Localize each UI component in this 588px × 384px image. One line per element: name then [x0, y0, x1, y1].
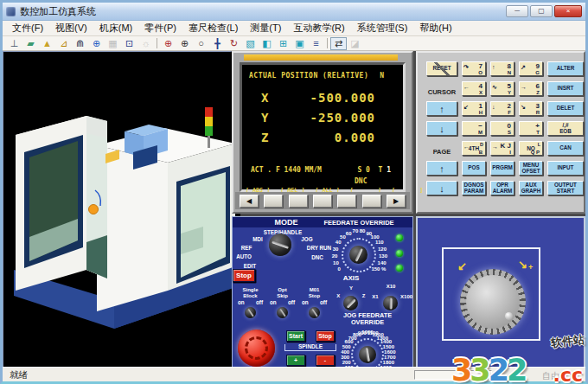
cycle-stop-button[interactable]: Stop — [233, 269, 255, 282]
zoom-dynamic-icon[interactable]: ○ — [193, 37, 209, 50]
status-text: 就绪 — [10, 369, 28, 380]
maximize-button[interactable]: ▢ — [530, 5, 553, 17]
emergency-stop-button[interactable] — [238, 330, 275, 367]
zoom-in-icon[interactable]: ⊕ — [176, 37, 193, 50]
machine-3d-view[interactable] — [3, 51, 232, 369]
key-reset[interactable]: RESET — [426, 61, 457, 76]
softkey-2[interactable] — [289, 195, 308, 208]
softkey-5[interactable] — [362, 195, 381, 208]
menu-item-7[interactable]: 互动教学(R) — [287, 21, 350, 35]
menu-item-3[interactable]: 机床(M) — [93, 21, 139, 35]
view-list-icon[interactable]: ≡ — [308, 37, 324, 50]
key-delet[interactable]: DELET — [547, 101, 584, 116]
key-1-h[interactable]: ↙1H — [462, 101, 486, 116]
key-menu-ofset[interactable]: MENUOFSET — [519, 161, 543, 176]
spindle-minus-button[interactable]: - — [316, 355, 335, 366]
key-4-x[interactable]: ←4X — [462, 81, 486, 96]
key-kji[interactable]: →K JI — [490, 141, 514, 156]
binoculars-icon[interactable]: ⋒ — [72, 37, 88, 50]
key-insrt[interactable]: INSRT — [547, 81, 584, 96]
side-view-icon[interactable]: ⊞ — [275, 37, 291, 50]
handle-multiplier-knob[interactable] — [383, 296, 398, 310]
spindle-plus-button[interactable]: + — [286, 355, 305, 366]
monitor-icon[interactable]: ⊡ — [121, 37, 137, 50]
menu-item-8[interactable]: 系统管理(S) — [351, 21, 414, 35]
close-button[interactable]: × — [554, 5, 582, 17]
dial-value: 50 — [340, 234, 346, 240]
key-output-start[interactable]: OUTPUTSTART — [547, 181, 584, 195]
key-prgrm[interactable]: PRGRM — [490, 161, 514, 176]
softkey-1[interactable] — [264, 195, 283, 208]
zoom-window-icon[interactable]: ⊕ — [160, 37, 176, 50]
handwheel-plus-icon: + — [528, 263, 533, 272]
pan-icon[interactable]: ╋ — [209, 37, 226, 50]
key-page-up[interactable]: ↑ — [426, 161, 457, 176]
view-orientation-icon[interactable]: ⊕ — [88, 37, 105, 50]
key-minus-m[interactable]: −M — [462, 121, 486, 136]
toggle-panel-icon[interactable]: ⇄ — [330, 37, 347, 50]
key-input[interactable]: INPUT — [547, 161, 584, 176]
key-plus-t[interactable]: +T — [519, 121, 543, 136]
key-no-lqp[interactable]: LNOQ P — [519, 141, 543, 156]
key-page-down[interactable]: ↓ — [426, 181, 457, 195]
spindle-stop-button[interactable]: Stop — [316, 330, 335, 342]
softkey-right[interactable]: ▶ — [387, 195, 406, 208]
machine-room-icon[interactable]: ▦ — [105, 37, 121, 50]
rotate-view-icon[interactable]: ↻ — [226, 37, 242, 50]
simulate-record-icon[interactable]: ◪ — [347, 37, 363, 50]
menu-item-4[interactable]: 零件(P) — [138, 21, 182, 35]
key-0-s[interactable]: 0S — [490, 121, 514, 136]
probe-setup-icon[interactable]: ⊿ — [55, 37, 72, 50]
mode-selector-knob[interactable] — [269, 234, 291, 256]
key-2-f[interactable]: ↓2F — [490, 101, 514, 116]
key-3-r[interactable]: ↘3R — [519, 101, 543, 116]
top-view-icon[interactable]: ▣ — [291, 37, 308, 50]
work-light-icon[interactable]: ☼ — [137, 37, 154, 50]
menu-item-5[interactable]: 塞尺检查(L) — [182, 21, 244, 35]
key-alter[interactable]: ALTER — [547, 61, 584, 76]
key-4th-b[interactable]: ←D4THB — [462, 141, 486, 156]
tool-mount-icon[interactable]: ▲ — [39, 37, 55, 50]
handwheel[interactable] — [460, 269, 526, 335]
status-led-3 — [396, 265, 403, 272]
jog-feedrate-override-dial: 1002003004005006007008009001000110012001… — [333, 330, 402, 369]
softkey-3[interactable] — [313, 195, 332, 208]
handwheel-panel: ↙ ↘ + — [416, 216, 585, 369]
menu-item-9[interactable]: 帮助(H) — [413, 21, 457, 35]
key-cursor-down[interactable]: ↓ — [426, 121, 457, 136]
key-5-y[interactable]: ∿5Y — [490, 81, 514, 96]
switch-knob-2[interactable] — [277, 307, 288, 318]
jog-feedrate-knob[interactable] — [359, 346, 376, 363]
switch-knob-3[interactable] — [309, 307, 320, 318]
key-6-z[interactable]: →6Z — [519, 81, 543, 96]
key-aux-graph[interactable]: AUXGRAPH — [519, 181, 543, 195]
key-can[interactable]: CAN — [547, 141, 584, 156]
workpiece-clamp-icon[interactable]: ⊥ — [6, 37, 22, 50]
key-7-o[interactable]: ↷7O — [462, 61, 486, 76]
spindle-start-button[interactable]: Start — [286, 330, 305, 342]
axis-select-knob[interactable] — [343, 296, 358, 310]
softkey-left[interactable]: ◀ — [240, 195, 259, 208]
key-9-g[interactable]: ↗9G — [519, 61, 543, 76]
mode-label-dnc: DNC — [311, 254, 323, 260]
mode-label-mdi: MDI — [252, 236, 263, 242]
key-dgnos-param[interactable]: DGNOSPARAM — [462, 181, 486, 195]
dial-value: 500 — [342, 344, 351, 349]
iso-view-icon[interactable]: ▧ — [242, 37, 259, 50]
key-pos[interactable]: POS — [462, 161, 486, 176]
feedrate-override-knob[interactable] — [349, 246, 368, 264]
machine-3d-rendering — [3, 52, 240, 368]
minimize-button[interactable]: ─ — [506, 5, 528, 17]
key-eob[interactable]: /,#EOB — [547, 121, 584, 136]
key-opr-alarm[interactable]: OPRALARM — [490, 181, 514, 195]
mode-label-auto: AUTO — [236, 253, 252, 259]
key-cursor-up[interactable]: ↑ — [426, 101, 457, 116]
key-8-n[interactable]: ↑8N — [490, 61, 514, 76]
switch-knob-1[interactable] — [245, 307, 256, 318]
menu-item-2[interactable]: 视图(V) — [49, 21, 93, 35]
eraser-icon[interactable]: ▰ — [22, 37, 39, 50]
softkey-4[interactable] — [337, 195, 356, 208]
menu-item-6[interactable]: 测量(T) — [244, 21, 287, 35]
menu-item-1[interactable]: 文件(F) — [6, 21, 49, 35]
front-view-icon[interactable]: ◧ — [259, 37, 275, 50]
